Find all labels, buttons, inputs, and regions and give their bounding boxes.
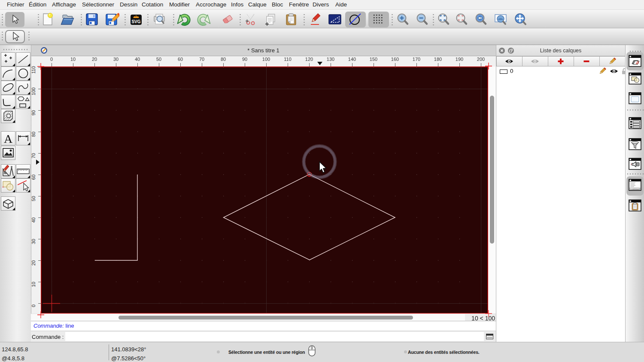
svg-text:SVG: SVG xyxy=(131,19,140,24)
svg-text:c command: c command xyxy=(631,188,640,190)
svg-text:A: A xyxy=(4,132,13,145)
